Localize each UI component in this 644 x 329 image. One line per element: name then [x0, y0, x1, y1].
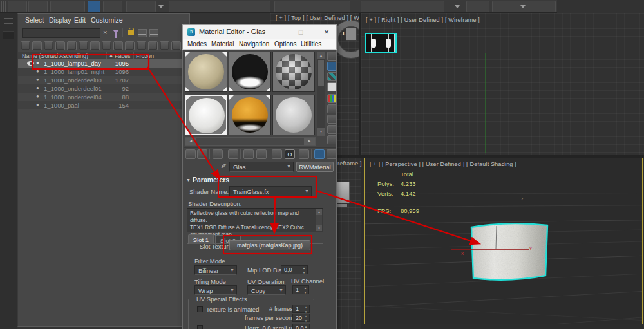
num-frames-spinner[interactable]: 1 ▴▾: [292, 305, 310, 313]
maximize-button[interactable]: □: [292, 26, 309, 38]
scroll-right-icon[interactable]: ►: [304, 138, 315, 145]
object-dot-icon[interactable]: ●: [36, 85, 39, 91]
mip-lod-bias-spinner[interactable]: 0,0 ▴▾: [281, 265, 308, 274]
table-row[interactable]: ● 1_1000_lamp01_night 1096: [18, 68, 189, 76]
window-titlebar[interactable]: 3 Material Editor - Glas – □ ×: [182, 24, 337, 39]
toolbar-icon[interactable]: [102, 41, 111, 50]
lock-icon[interactable]: [128, 30, 134, 35]
menu-edit[interactable]: Edit: [74, 16, 86, 24]
object-dot-icon[interactable]: ●: [36, 68, 39, 74]
clear-search-icon[interactable]: ×: [103, 28, 107, 36]
layer-view-icon[interactable]: [149, 29, 158, 37]
put-to-library-icon[interactable]: [256, 149, 267, 159]
table-row[interactable]: ● 1_1000_paal 154: [18, 101, 189, 109]
panel-grip[interactable]: [4, 18, 13, 25]
column-name[interactable]: Name (Sorted Ascending): [22, 53, 88, 59]
table-row[interactable]: ● 1_1000_onderdeel01 92: [18, 84, 189, 93]
viewport-right[interactable]: [361, 13, 644, 155]
go-forward-to-sibling-icon[interactable]: [327, 149, 337, 159]
menu-options[interactable]: Options: [274, 41, 296, 48]
toolbar-button-active[interactable]: [88, 1, 100, 12]
dropdown-arrow-icon[interactable]: [455, 5, 460, 8]
options-icon[interactable]: [327, 115, 337, 124]
object-dot-icon[interactable]: ●: [36, 60, 39, 66]
sample-type-icon[interactable]: [327, 52, 337, 61]
reset-material-icon[interactable]: [228, 149, 238, 159]
tiling-mode-dropdown[interactable]: Wrap ▼: [194, 285, 237, 295]
toolbar-button[interactable]: [126, 1, 156, 12]
filter-funnel-icon[interactable]: [113, 30, 119, 33]
uv-operation-dropdown[interactable]: Copy ▼: [247, 285, 286, 295]
video-color-check-icon[interactable]: [327, 94, 337, 103]
menu-modes[interactable]: Modes: [187, 41, 207, 48]
shader-description-box[interactable]: Reflective glass with cubic reflection m…: [187, 208, 323, 232]
toolbar-icon[interactable]: [160, 41, 169, 50]
show-map-in-viewport-icon[interactable]: O: [285, 149, 295, 159]
translation-checkbox[interactable]: [197, 325, 203, 329]
parameters-rollout-header[interactable]: ▼ Parameters: [185, 176, 323, 185]
frames-per-second-spinner[interactable]: 20 ▴▾: [292, 314, 310, 322]
toolbar-icon[interactable]: [137, 41, 146, 50]
toolbar-icon[interactable]: [67, 41, 77, 50]
toolbar-icon[interactable]: [113, 41, 123, 50]
viewport-front-label-clipped[interactable]: reframe ]: [337, 160, 362, 167]
select-by-material-icon[interactable]: [327, 125, 337, 134]
filter-mode-dropdown[interactable]: Bilinear ▼: [194, 265, 237, 275]
description-scrollbar[interactable]: ▴ ▾: [316, 209, 322, 231]
scroll-left-icon[interactable]: ◄: [185, 138, 196, 145]
column-faces[interactable]: Faces: [115, 53, 131, 59]
material-slot-4-selected[interactable]: [185, 95, 227, 135]
toolbar-button[interactable]: [8, 1, 27, 12]
spinner-down-icon[interactable]: ▾: [303, 270, 305, 274]
menu-utilities[interactable]: Utilities: [301, 41, 321, 48]
toolbar-icon[interactable]: [79, 41, 88, 50]
object-name[interactable]: 1_1000_lamp01_night: [44, 68, 104, 75]
toolbar-icon[interactable]: [125, 41, 135, 50]
spinner-up-icon[interactable]: ▴: [305, 314, 307, 318]
scroll-up-icon[interactable]: ▴: [317, 52, 325, 59]
column-headers[interactable]: Name (Sorted Ascending) ▲ Faces Frozen: [18, 52, 189, 59]
toolbar-button[interactable]: [50, 1, 85, 12]
dock-icon[interactable]: [3, 31, 14, 39]
material-slot-6[interactable]: [272, 95, 315, 135]
viewport-right-label[interactable]: [ + ] [ Right ] [ User Defined ] [ Wiref…: [366, 17, 480, 23]
scroll-down-icon[interactable]: ▾: [316, 225, 322, 231]
material-name-dropdown[interactable]: Glas ▼: [229, 162, 294, 172]
hierarchy-view-icon[interactable]: [138, 29, 147, 37]
sort-ascending-icon[interactable]: ▲: [109, 53, 113, 57]
spinner-up-icon[interactable]: ▴: [305, 305, 307, 309]
horiz-scroll-rate-spinner[interactable]: 0,0 ▴▾: [292, 324, 310, 329]
menu-material[interactable]: Material: [211, 41, 234, 48]
assign-material-icon[interactable]: [213, 149, 223, 159]
show-end-result-icon[interactable]: [299, 149, 309, 159]
object-name[interactable]: 1_1000_paal: [44, 102, 79, 109]
material-slot-2[interactable]: [229, 52, 271, 92]
menu-select[interactable]: Select: [25, 16, 44, 24]
spinner-down-icon[interactable]: ▾: [305, 290, 307, 294]
spinner-up-icon[interactable]: ▴: [305, 324, 307, 328]
toolbar-icon[interactable]: [44, 41, 53, 50]
toolbar-icon[interactable]: [90, 41, 100, 50]
spinner-down-icon[interactable]: ▾: [305, 319, 307, 323]
material-slot-5[interactable]: [229, 95, 271, 135]
dropdown-arrow-icon[interactable]: [158, 5, 164, 8]
toolbar-button[interactable]: [103, 1, 122, 12]
toolbar-grip[interactable]: [1, 1, 6, 12]
make-unique-icon[interactable]: [243, 149, 254, 159]
close-button[interactable]: ×: [318, 26, 335, 38]
object-name[interactable]: 1_1000_onderdeel00: [44, 77, 102, 84]
eyedropper-icon[interactable]: ✎: [220, 163, 227, 170]
spinner-up-icon[interactable]: ▴: [303, 266, 305, 270]
toolbar-icon[interactable]: [171, 41, 181, 50]
texture-animated-checkbox[interactable]: [197, 306, 203, 312]
slot-texture-button[interactable]: matglas (matglasKap.jpg): [229, 240, 310, 250]
search-input[interactable]: [22, 28, 100, 38]
put-material-icon[interactable]: [197, 149, 207, 159]
scrollbar-thumb[interactable]: [318, 60, 324, 86]
toolbar-button-group[interactable]: [169, 1, 270, 12]
toolbar-button[interactable]: [466, 1, 489, 12]
table-row-selected[interactable]: ● 1_1000_lamp01_day 1095: [18, 59, 189, 68]
toolbar-button-group[interactable]: [361, 1, 444, 12]
go-to-parent-icon[interactable]: [314, 149, 325, 159]
material-slot-1[interactable]: [185, 52, 227, 92]
